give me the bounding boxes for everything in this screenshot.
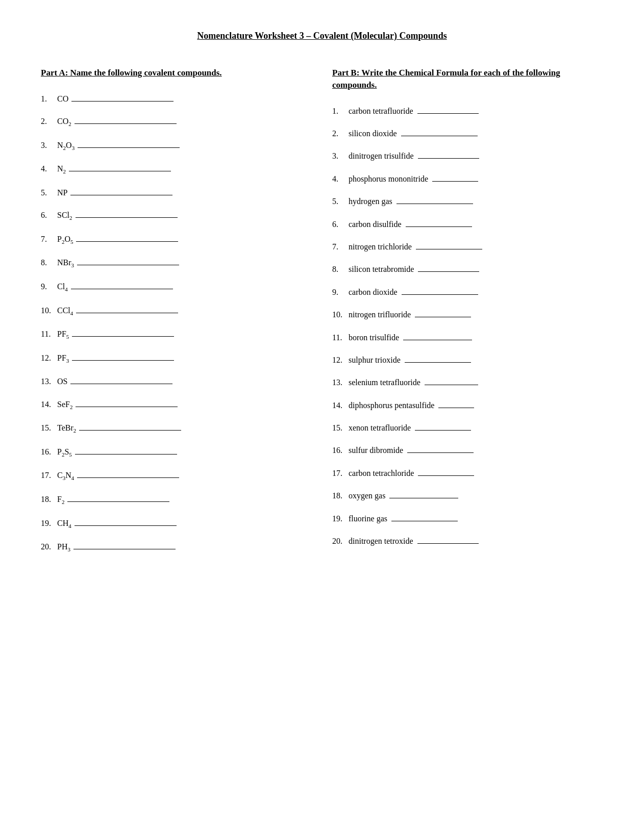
part-a-item: 15.TeBr2 bbox=[41, 422, 312, 435]
answer-line[interactable] bbox=[391, 521, 458, 521]
problem-number: 9. bbox=[41, 281, 57, 292]
problem-formula: TeBr2 bbox=[57, 422, 181, 435]
answer-line[interactable] bbox=[76, 241, 178, 242]
problem-number: 7. bbox=[332, 241, 349, 253]
problem-formula: C3N4 bbox=[57, 470, 179, 483]
problem-text: carbon tetrachloride bbox=[349, 468, 474, 479]
answer-line[interactable] bbox=[415, 317, 471, 317]
problem-text: fluorine gas bbox=[349, 513, 458, 524]
answer-line[interactable] bbox=[78, 147, 180, 148]
answer-line[interactable] bbox=[73, 549, 176, 549]
problem-text: carbon dioxide bbox=[349, 287, 478, 298]
answer-line[interactable] bbox=[75, 123, 177, 124]
part-a-item: 12.PF3 bbox=[41, 352, 312, 365]
answer-line[interactable] bbox=[401, 136, 478, 136]
part-b-item: 4.phosphorus mononitride bbox=[332, 173, 603, 185]
answer-line[interactable] bbox=[79, 430, 181, 431]
answer-line[interactable] bbox=[69, 171, 171, 171]
answer-line[interactable] bbox=[77, 265, 179, 265]
part-b-item: 9.carbon dioxide bbox=[332, 287, 603, 298]
part-a-item: 2.CO2 bbox=[41, 116, 312, 129]
answer-line[interactable] bbox=[397, 204, 473, 204]
problem-formula: CH4 bbox=[57, 518, 177, 531]
answer-line[interactable] bbox=[77, 477, 179, 478]
problem-number: 2. bbox=[41, 116, 57, 127]
problem-number: 19. bbox=[41, 518, 57, 529]
problem-text: diphosphorus pentasulfide bbox=[349, 400, 474, 411]
part-b-item: 20.dinitrogen tetroxide bbox=[332, 536, 603, 547]
answer-line[interactable] bbox=[405, 362, 471, 363]
problem-formula: N2O3 bbox=[57, 140, 180, 153]
part-b-item: 17.carbon tetrachloride bbox=[332, 468, 603, 479]
part-b-item: 8.silicon tetrabromide bbox=[332, 264, 603, 275]
problem-number: 11. bbox=[41, 329, 57, 340]
part-b-item: 10.nitrogen trifluoride bbox=[332, 309, 603, 320]
answer-line[interactable] bbox=[402, 294, 478, 295]
problem-number: 12. bbox=[41, 352, 57, 364]
problem-number: 20. bbox=[332, 536, 349, 547]
problem-text: carbon disulfide bbox=[349, 219, 472, 230]
part-b-item: 6.carbon disulfide bbox=[332, 219, 603, 230]
answer-line[interactable] bbox=[425, 385, 478, 385]
answer-line[interactable] bbox=[418, 271, 479, 272]
answer-line[interactable] bbox=[415, 430, 471, 431]
problem-number: 3. bbox=[41, 140, 57, 151]
answer-line[interactable] bbox=[76, 313, 178, 313]
part-a-item: 7.P2O5 bbox=[41, 234, 312, 246]
problem-number: 5. bbox=[41, 187, 57, 198]
answer-line[interactable] bbox=[70, 384, 172, 384]
problem-formula: P2O5 bbox=[57, 234, 178, 246]
problem-number: 19. bbox=[332, 513, 349, 524]
answer-line[interactable] bbox=[432, 181, 478, 182]
answer-line[interactable] bbox=[403, 340, 472, 340]
problem-number: 10. bbox=[41, 305, 57, 316]
answer-line[interactable] bbox=[418, 158, 479, 159]
part-b-item: 11.boron trisulfide bbox=[332, 332, 603, 343]
part-b-item: 15.xenon tetrafluoride bbox=[332, 422, 603, 434]
answer-line[interactable] bbox=[71, 289, 173, 289]
answer-line[interactable] bbox=[406, 226, 472, 227]
part-b-item: 13.selenium tetrafluoride bbox=[332, 377, 603, 388]
answer-line[interactable] bbox=[407, 452, 474, 453]
problem-number: 18. bbox=[41, 494, 57, 505]
answer-line[interactable] bbox=[75, 525, 177, 526]
answer-line[interactable] bbox=[72, 336, 174, 337]
answer-line[interactable] bbox=[75, 454, 177, 455]
part-a-item: 17.C3N4 bbox=[41, 470, 312, 483]
problem-number: 20. bbox=[41, 541, 57, 552]
part-a-item: 14.SeF2 bbox=[41, 399, 312, 412]
problem-formula: CO bbox=[57, 93, 174, 105]
problem-formula: SeF2 bbox=[57, 399, 178, 412]
part-a-item: 10.CCl4 bbox=[41, 305, 312, 318]
problem-number: 16. bbox=[332, 445, 349, 456]
problem-number: 11. bbox=[332, 332, 349, 343]
problem-formula: P2S5 bbox=[57, 446, 177, 459]
answer-line[interactable] bbox=[389, 498, 458, 498]
part-a-list: 1.CO2.CO23.N2O34.N25.NP6.SCl27.P2O58.NBr… bbox=[41, 93, 312, 554]
answer-line[interactable] bbox=[71, 101, 174, 102]
problem-formula: CCl4 bbox=[57, 305, 178, 318]
answer-line[interactable] bbox=[416, 249, 482, 249]
part-a-column: Part A: Name the following covalent comp… bbox=[41, 67, 312, 565]
answer-line[interactable] bbox=[70, 195, 172, 195]
part-b-item: 1.carbon tetrafluoride bbox=[332, 106, 603, 117]
part-b-item: 7.nitrogen trichloride bbox=[332, 241, 603, 253]
problem-number: 1. bbox=[332, 106, 349, 117]
problem-formula: PH3 bbox=[57, 541, 176, 554]
answer-line[interactable] bbox=[76, 407, 178, 407]
answer-line[interactable] bbox=[438, 408, 474, 408]
answer-line[interactable] bbox=[72, 360, 174, 361]
answer-line[interactable] bbox=[76, 217, 178, 218]
problem-number: 14. bbox=[41, 399, 57, 410]
answer-line[interactable] bbox=[67, 501, 169, 502]
problem-formula: N2 bbox=[57, 163, 171, 176]
part-b-item: 19.fluorine gas bbox=[332, 513, 603, 524]
problem-number: 1. bbox=[41, 93, 57, 105]
problem-number: 3. bbox=[332, 150, 349, 162]
problem-text: xenon tetrafluoride bbox=[349, 422, 471, 434]
answer-line[interactable] bbox=[417, 543, 479, 544]
answer-line[interactable] bbox=[418, 475, 474, 476]
part-a-item: 16.P2S5 bbox=[41, 446, 312, 459]
answer-line[interactable] bbox=[417, 113, 479, 114]
part-a-item: 3.N2O3 bbox=[41, 140, 312, 153]
